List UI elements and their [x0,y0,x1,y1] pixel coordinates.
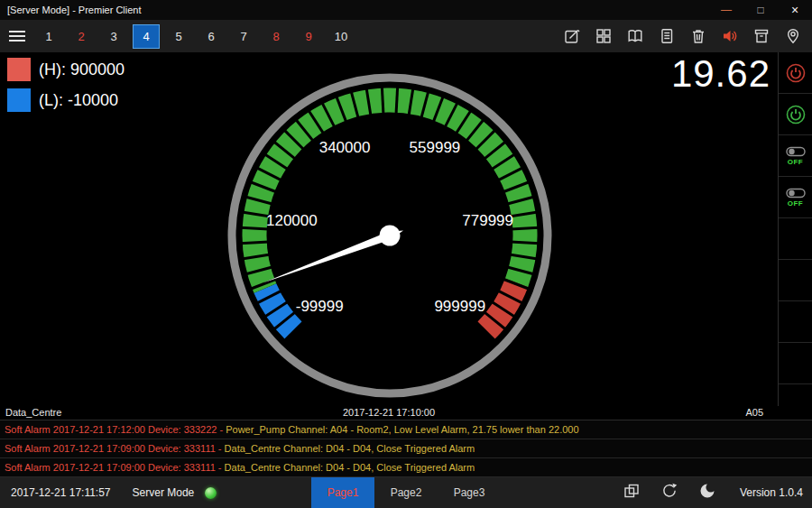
alarm-row[interactable]: Soft Alarm 2017-12-21 17:09:00 Device: 3… [0,439,812,458]
empty-cell [779,301,812,343]
alarm-row[interactable]: Soft Alarm 2017-12-21 17:09:00 Device: 3… [0,458,812,477]
gauge: -99999120000340000559999779999999999 [223,69,557,402]
power-icon [785,104,807,125]
low-threshold-label: (L): -10000 [39,91,118,110]
panel-footer: Data_Centre 2017-12-21 17:10:00 A05 [0,406,778,420]
trash-icon[interactable] [682,24,714,48]
menu-icon[interactable] [0,24,32,48]
empty-cell [779,260,812,301]
high-threshold-swatch [7,58,31,81]
cards-icon[interactable] [587,24,619,48]
window-title: [Server Mode] - Premier Client [0,5,142,15]
premier-client-window: [Server Mode] - Premier Client — □ × 123… [0,0,812,508]
status-time: 2017-12-21 17:11:57 [0,486,111,499]
window-controls: — □ × [709,0,812,20]
svg-text:120000: 120000 [266,212,318,229]
page-button-7[interactable]: 7 [230,24,257,49]
speaker-icon[interactable] [714,24,745,48]
minimize-button[interactable]: — [709,0,743,20]
alarm-message: Power_Pump Channel: A04 - Room2, Low Lev… [223,424,578,435]
control-panel: OFF OFF [778,52,812,406]
low-threshold-row: (L): -10000 [7,88,125,112]
alarm-severity-time: Soft Alarm 2017-12-21 17:12:00 Device: 3… [5,424,223,435]
power-button-green[interactable] [779,94,812,135]
gauge-panel: (H): 900000 (L): -10000 19.62 -999991200… [0,52,778,406]
off-label: OFF [788,199,804,208]
svg-text:999999: 999999 [434,298,485,315]
title-bar: [Server Mode] - Premier Client — □ × [0,0,812,20]
version-label: Version 1.0.4 [716,486,812,499]
page-button-8[interactable]: 8 [263,24,290,49]
close-button[interactable]: × [778,0,812,20]
alarm-message: Data_Centre Channel: D04 - D04, Close Tr… [222,462,475,473]
threshold-legend: (H): 900000 (L): -10000 [7,58,125,119]
toggle-off-2[interactable]: OFF [779,177,812,218]
theme-moon-icon[interactable] [698,482,716,503]
svg-text:340000: 340000 [319,139,371,156]
book-icon[interactable] [619,24,651,48]
archive-icon[interactable] [745,24,777,48]
panel-timestamp: 2017-12-21 17:10:00 [0,407,778,418]
empty-cell [779,218,812,260]
toolbar-icons [556,24,812,48]
maximize-button[interactable]: □ [743,0,778,20]
status-icons [623,482,716,503]
tab-page2[interactable]: Page2 [374,477,438,508]
power-button-red[interactable] [779,52,812,94]
page-tabs: Page1Page2Page3 [311,477,501,508]
sync-icon[interactable] [660,482,678,503]
alarm-severity-time: Soft Alarm 2017-12-21 17:09:00 Device: 3… [5,443,222,454]
switch-icon: OFF [786,188,806,208]
journal-icon[interactable] [651,24,682,48]
page-button-5[interactable]: 5 [165,24,192,49]
current-value: 19.62 [671,52,770,96]
page-button-2[interactable]: 2 [68,24,95,49]
channel-id: A05 [745,407,763,418]
location-icon[interactable] [777,24,808,48]
low-threshold-swatch [7,88,31,112]
switch-icon: OFF [786,146,806,166]
toggle-off-1[interactable]: OFF [779,135,812,177]
page-button-6[interactable]: 6 [198,24,225,49]
toolbar: 12345678910 [0,20,812,52]
alarm-message: Data_Centre Channel: D04 - D04, Close Tr… [222,443,475,454]
layout-icon[interactable] [623,482,641,503]
svg-text:779999: 779999 [462,212,513,229]
high-threshold-label: (H): 900000 [39,60,125,79]
empty-cell [779,343,812,384]
alarm-severity-time: Soft Alarm 2017-12-21 17:09:00 Device: 3… [5,462,222,473]
off-label: OFF [788,158,804,166]
tab-page1[interactable]: Page1 [311,477,374,508]
svg-text:559999: 559999 [410,139,461,156]
edit-icon[interactable] [556,24,587,48]
high-threshold-row: (H): 900000 [7,58,125,81]
tab-page3[interactable]: Page3 [438,477,501,508]
page-button-4[interactable]: 4 [133,24,160,49]
status-led [205,487,217,499]
page-button-1[interactable]: 1 [35,24,62,49]
status-bar: 2017-12-21 17:11:57 Server Mode Page1Pag… [0,477,812,508]
server-mode-label: Server Mode [133,486,195,499]
page-button-10[interactable]: 10 [328,24,355,49]
svg-text:-99999: -99999 [296,298,344,315]
page-button-3[interactable]: 3 [100,24,127,49]
alarm-row[interactable]: Soft Alarm 2017-12-21 17:12:00 Device: 3… [0,420,812,439]
power-icon [785,62,807,84]
page-button-9[interactable]: 9 [295,24,322,49]
alarm-list: Soft Alarm 2017-12-21 17:12:00 Device: 3… [0,420,812,477]
page-selector: 12345678910 [32,24,357,49]
